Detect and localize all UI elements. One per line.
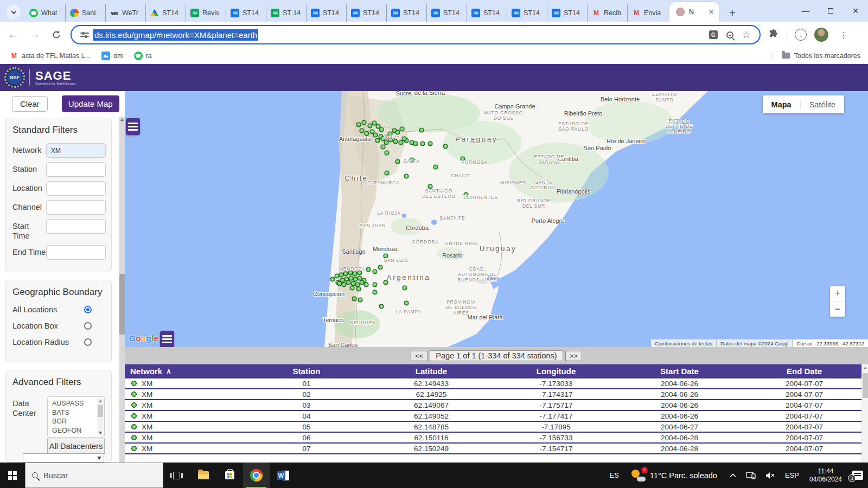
all-datacenters-button[interactable]: All Datacenters xyxy=(47,439,105,454)
browser-tab[interactable]: ST14 xyxy=(426,4,467,22)
table-row[interactable]: XM0262.14925-7.1743172004-06-262004-07-0… xyxy=(125,389,868,400)
data-center-listbox[interactable]: AUSPASSBATSBGRGEOFON xyxy=(47,396,105,438)
tab-close-icon[interactable]: ✕ xyxy=(709,8,714,16)
location-input[interactable] xyxy=(46,181,106,196)
minimize-button[interactable]: — xyxy=(793,0,818,22)
keyboard-shortcuts-link[interactable]: Combinaciones de teclas xyxy=(651,339,716,347)
back-button[interactable]: ← xyxy=(4,26,22,43)
table-row[interactable]: XM0762.150249-7.1547172004-06-282004-07-… xyxy=(125,444,868,454)
chrome-button[interactable] xyxy=(243,463,270,488)
browser-tab[interactable]: ST14 xyxy=(306,4,346,22)
datacenter-option[interactable]: BATS xyxy=(52,408,97,418)
maximize-button[interactable] xyxy=(818,0,843,22)
table-row[interactable]: XM0162.149433-7.1730332004-06-262004-07-… xyxy=(125,378,868,389)
file-explorer-button[interactable] xyxy=(190,463,216,488)
cell-value: 2004-06-28 xyxy=(661,434,698,442)
start-button[interactable] xyxy=(0,463,25,488)
bookmark-item[interactable]: Macta de TFL Matias L... xyxy=(5,50,95,62)
browser-tab[interactable]: ST 14 xyxy=(266,4,306,22)
column-header[interactable]: Longitude xyxy=(494,364,618,377)
zoom-out-button[interactable]: − xyxy=(830,301,845,317)
map-menu-button-top[interactable] xyxy=(126,118,140,135)
translate-icon[interactable]: G xyxy=(709,30,718,39)
table-row[interactable]: XM0562.148785-7.178952004-06-272004-07-0… xyxy=(125,422,868,433)
radio-location-radius[interactable] xyxy=(84,338,92,346)
url-text-selected[interactable]: ds.iris.edu/gmap/#network=XM&planet=eart… xyxy=(93,29,258,41)
column-header[interactable]: Start Date xyxy=(618,364,741,377)
your-phone-tray-icon[interactable] xyxy=(741,463,761,488)
browser-menu-icon[interactable]: ⋮ xyxy=(836,30,851,40)
browser-tab[interactable]: SanL xyxy=(65,4,105,22)
browser-tab[interactable]: weWeTr xyxy=(105,4,145,22)
browser-tab[interactable]: MEnvia xyxy=(627,4,667,22)
start-time-input[interactable] xyxy=(46,219,106,234)
browser-tab[interactable]: MRecib xyxy=(587,4,627,22)
datacenter-option[interactable]: GEOFON xyxy=(52,426,97,435)
bookmark-item[interactable]: ☎ra xyxy=(130,50,156,62)
table-row[interactable]: XM0362.149067-7.1757172004-06-262004-07-… xyxy=(125,400,868,411)
browser-tab[interactable]: ST14 xyxy=(226,4,266,22)
extensions-icon[interactable] xyxy=(768,29,779,40)
column-header[interactable]: End Date xyxy=(741,364,868,377)
weather-widget[interactable]: 1 11°C Parc. soleado xyxy=(624,470,725,481)
task-view-button[interactable] xyxy=(163,463,190,488)
map-menu-button-bottom[interactable] xyxy=(160,331,174,347)
word-button[interactable]: W xyxy=(270,463,296,488)
station-input[interactable] xyxy=(46,162,106,177)
tab-search-chevron-icon[interactable] xyxy=(7,5,21,19)
browser-tab[interactable]: ST14 xyxy=(507,4,547,22)
partial-select[interactable] xyxy=(23,453,104,463)
table-scrollbar[interactable] xyxy=(861,364,868,463)
datacenter-option[interactable]: BGR xyxy=(52,417,97,426)
zoom-in-button[interactable]: + xyxy=(830,286,845,301)
action-center-button[interactable]: 3 xyxy=(847,463,868,488)
browser-tab[interactable]: ST14 xyxy=(386,4,426,22)
channel-input[interactable] xyxy=(46,200,106,215)
end-time-input[interactable] xyxy=(46,245,106,260)
taskbar-clock[interactable]: 11:44 04/06/2024 xyxy=(804,467,847,484)
map-type-satelite[interactable]: Satélite xyxy=(800,100,844,109)
datacenter-option[interactable]: AUSPASS xyxy=(52,399,97,408)
map-type-mapa[interactable]: Mapa xyxy=(763,100,800,109)
next-page-button[interactable]: >> xyxy=(565,351,582,361)
prev-page-button[interactable]: << xyxy=(411,351,427,361)
reload-button[interactable] xyxy=(48,26,65,43)
microsoft-store-button[interactable] xyxy=(216,463,243,488)
clear-button[interactable]: Clear xyxy=(12,96,48,112)
radio-location-box[interactable] xyxy=(84,322,92,330)
table-row[interactable]: XM0662.150116-7.1567332004-06-282004-07-… xyxy=(125,433,868,444)
keyboard-language[interactable]: ESP xyxy=(780,463,804,488)
browser-tab[interactable]: ST14 xyxy=(145,4,186,22)
bookmark-star-icon[interactable]: ☆ xyxy=(742,29,751,41)
taskbar-search[interactable]: Buscar xyxy=(25,463,163,488)
forward-button[interactable]: → xyxy=(26,26,43,43)
browser-tab[interactable]: ST14 xyxy=(467,4,507,22)
sidebar-scrollbar[interactable] xyxy=(119,117,125,463)
volume-muted-tray-icon[interactable] xyxy=(761,463,780,488)
column-header[interactable]: Network∧ xyxy=(125,364,244,377)
new-tab-button[interactable]: + xyxy=(725,7,740,20)
zoom-out-page-icon[interactable] xyxy=(726,31,733,38)
update-map-button[interactable]: Update Map xyxy=(62,95,119,112)
address-bar[interactable]: ds.iris.edu/gmap/#network=XM&planet=eart… xyxy=(71,25,761,44)
map-canvas[interactable]: Sucrede la SierraBelo HorizonteESPÍRITO … xyxy=(125,91,868,347)
table-row[interactable]: XM0462.149052-7.1774172004-06-262004-07-… xyxy=(125,411,868,422)
column-header[interactable]: Station xyxy=(244,364,369,377)
site-info-icon[interactable] xyxy=(80,31,89,38)
radio-all-locations[interactable] xyxy=(84,306,92,313)
column-header[interactable]: Latitude xyxy=(369,364,494,377)
profile-avatar[interactable] xyxy=(814,28,828,42)
listbox-scrollbar[interactable] xyxy=(97,397,104,436)
browser-tab[interactable]: ST14 xyxy=(346,4,386,22)
browser-tab[interactable]: Revis xyxy=(186,4,226,22)
bookmarks-right[interactable]: Todos los marcadores xyxy=(773,51,868,61)
language-left[interactable]: ES xyxy=(605,463,624,488)
bookmark-item[interactable]: om xyxy=(97,50,127,62)
active-tab[interactable]: N ✕ xyxy=(669,2,719,22)
browser-tab[interactable]: ST14 xyxy=(547,4,587,22)
downloads-icon[interactable]: ↓ xyxy=(795,29,807,41)
close-button[interactable]: ✕ xyxy=(843,0,868,22)
network-input[interactable] xyxy=(46,143,106,158)
browser-tab[interactable]: ☎What xyxy=(25,4,65,22)
tray-chevron-up[interactable] xyxy=(725,463,741,488)
